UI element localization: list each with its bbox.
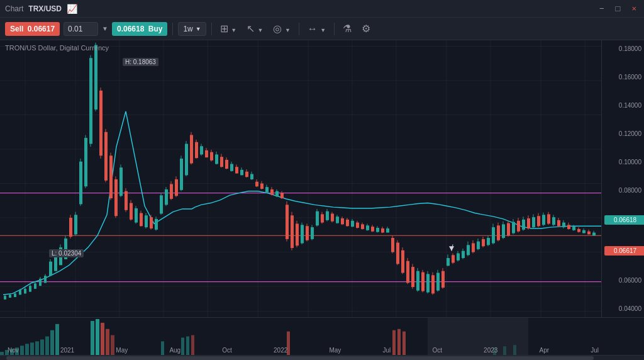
svg-rect-130 bbox=[265, 187, 269, 192]
svg-rect-164 bbox=[351, 221, 354, 227]
svg-rect-146 bbox=[306, 226, 309, 240]
svg-rect-194 bbox=[426, 274, 430, 292]
svg-rect-60 bbox=[89, 58, 92, 143]
svg-rect-54 bbox=[74, 215, 77, 234]
svg-rect-138 bbox=[286, 205, 289, 239]
svg-rect-114 bbox=[225, 160, 228, 169]
time-label-aug2021: Aug bbox=[169, 347, 180, 354]
svg-rect-256 bbox=[577, 229, 580, 232]
svg-rect-220 bbox=[487, 238, 490, 245]
svg-rect-70 bbox=[114, 179, 118, 216]
svg-rect-196 bbox=[431, 275, 435, 293]
buy-button[interactable]: 0.06618 Buy bbox=[112, 22, 167, 36]
svg-rect-52 bbox=[69, 218, 72, 237]
time-label-2021: 2021 bbox=[60, 347, 74, 354]
time-axis: Nov 2021 May Aug Oct 2022 May Jul Oct 20… bbox=[0, 346, 601, 355]
main-chart-svg bbox=[0, 40, 601, 317]
svg-rect-234 bbox=[522, 220, 525, 230]
price-0.16: 0.16000 bbox=[604, 74, 641, 81]
indicator-icon: ◎ bbox=[273, 23, 282, 34]
settings-icon: ⚙ bbox=[362, 23, 370, 34]
chart-pair-label: TRON/US Dollar, Digital Currency bbox=[5, 44, 109, 52]
svg-rect-78 bbox=[135, 208, 138, 223]
svg-rect-222 bbox=[492, 227, 495, 243]
svg-rect-192 bbox=[421, 273, 425, 291]
svg-rect-232 bbox=[517, 221, 520, 232]
price-0.18: 0.18000 bbox=[604, 45, 641, 52]
svg-rect-248 bbox=[557, 220, 560, 226]
svg-rect-40 bbox=[39, 279, 42, 286]
svg-rect-170 bbox=[366, 225, 369, 230]
svg-rect-190 bbox=[416, 271, 419, 291]
lot-size-input[interactable] bbox=[64, 22, 98, 36]
sell-button[interactable]: Sell 0.06617 bbox=[5, 22, 60, 36]
pair-label: TRX/USD bbox=[28, 4, 62, 13]
svg-rect-92 bbox=[170, 184, 173, 199]
svg-rect-172 bbox=[371, 227, 374, 232]
svg-rect-74 bbox=[125, 191, 128, 210]
svg-rect-64 bbox=[99, 91, 103, 155]
price-0.12: 0.12000 bbox=[604, 130, 641, 137]
chart-type-arrow: ▼ bbox=[231, 27, 236, 33]
svg-rect-166 bbox=[356, 223, 359, 228]
indicator-button[interactable]: ◎ ▼ bbox=[270, 21, 293, 36]
svg-rect-56 bbox=[79, 162, 82, 205]
app-label: Chart bbox=[5, 4, 23, 13]
svg-rect-96 bbox=[180, 159, 183, 190]
chart-icon: 📈 bbox=[67, 4, 77, 14]
svg-rect-188 bbox=[411, 267, 414, 287]
flask-button[interactable]: ⚗ bbox=[340, 21, 355, 36]
svg-rect-90 bbox=[165, 189, 168, 205]
cursor-tool-button[interactable]: ↖ ▼ bbox=[243, 21, 266, 36]
svg-rect-110 bbox=[215, 154, 218, 164]
chart-wrapper: TRON/US Dollar, Digital Currency H: 0.18… bbox=[0, 40, 644, 360]
svg-rect-246 bbox=[552, 217, 555, 225]
svg-rect-240 bbox=[537, 216, 540, 226]
svg-rect-100 bbox=[190, 135, 193, 163]
maximize-button[interactable]: □ bbox=[613, 3, 623, 14]
time-label-may2021: May bbox=[116, 347, 128, 354]
svg-rect-106 bbox=[205, 150, 208, 157]
buy-price-badge: 0.06618 bbox=[604, 215, 644, 225]
svg-rect-198 bbox=[436, 273, 440, 290]
svg-rect-120 bbox=[240, 170, 243, 175]
sell-price-badge: 0.06617 bbox=[604, 246, 644, 256]
timeframe-selector[interactable]: 1w ▼ bbox=[178, 22, 206, 36]
scrollbar[interactable] bbox=[0, 355, 644, 360]
svg-rect-140 bbox=[291, 215, 294, 248]
chart-main[interactable]: TRON/US Dollar, Digital Currency H: 0.18… bbox=[0, 40, 644, 317]
chart-type-button[interactable]: ⊞ ▼ bbox=[217, 21, 240, 36]
minimize-button[interactable]: − bbox=[597, 3, 607, 14]
time-label-2022: 2022 bbox=[274, 347, 287, 354]
svg-rect-182 bbox=[396, 243, 399, 264]
svg-rect-208 bbox=[457, 253, 460, 260]
close-button[interactable]: × bbox=[629, 3, 639, 14]
cursor-arrow: ▼ bbox=[258, 27, 264, 33]
svg-rect-116 bbox=[230, 164, 233, 171]
svg-rect-128 bbox=[260, 184, 264, 189]
svg-rect-230 bbox=[512, 222, 515, 233]
dropdown-arrow-lot: ▼ bbox=[102, 25, 108, 32]
price-0.14: 0.14000 bbox=[604, 102, 641, 109]
time-label-jul2023: Jul bbox=[591, 347, 599, 354]
low-price-label: L: 0.02304 bbox=[49, 249, 84, 257]
time-label-oct2022: Oct bbox=[432, 347, 442, 354]
svg-rect-144 bbox=[301, 225, 304, 243]
arrow-tool-button[interactable]: ↔ ▼ bbox=[304, 22, 329, 36]
separator-4 bbox=[334, 23, 335, 35]
mini-chart: Nov 2021 May Aug Oct 2022 May Jul Oct 20… bbox=[0, 317, 644, 355]
sell-price: 0.06617 bbox=[28, 25, 55, 33]
time-label-jul2022: Jul bbox=[382, 347, 391, 354]
svg-rect-86 bbox=[155, 219, 158, 230]
settings-button[interactable]: ⚙ bbox=[358, 21, 374, 36]
svg-rect-94 bbox=[175, 179, 178, 196]
svg-rect-252 bbox=[567, 225, 570, 229]
svg-rect-216 bbox=[477, 242, 480, 249]
svg-rect-184 bbox=[401, 250, 404, 273]
scrollbar-thumb[interactable] bbox=[6, 356, 594, 360]
svg-rect-80 bbox=[140, 213, 143, 227]
svg-rect-28 bbox=[9, 295, 11, 298]
svg-rect-156 bbox=[331, 213, 334, 221]
buy-label: Buy bbox=[148, 25, 163, 33]
svg-rect-26 bbox=[4, 296, 6, 300]
